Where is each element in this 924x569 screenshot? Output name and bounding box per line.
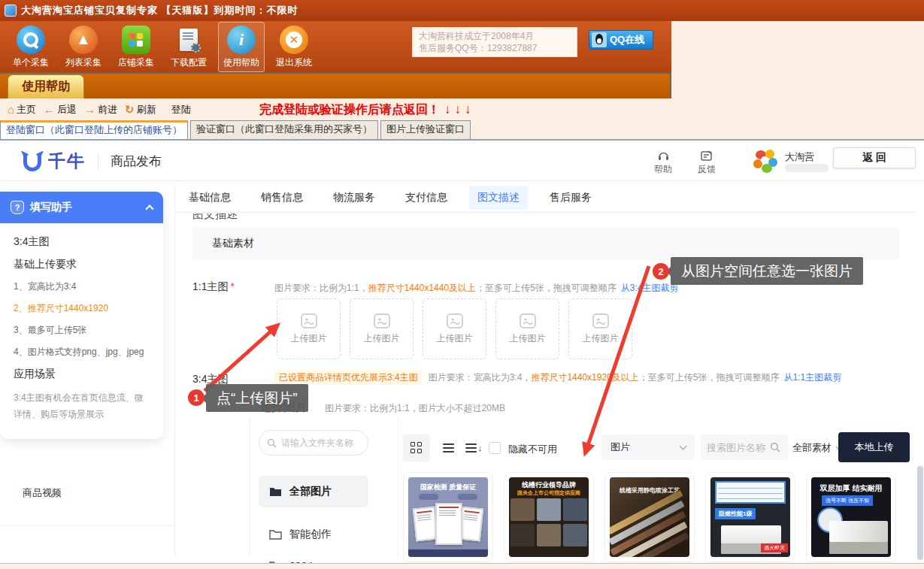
bottom-status-strip bbox=[0, 563, 924, 569]
exit-icon: ✕ bbox=[280, 26, 308, 54]
required-asterisk: * bbox=[230, 280, 234, 292]
app-window: 大淘营淘宝店铺宝贝复制专家 【天猫版】到期时间：不限时 单个采集 ▲ 列表采集 … bbox=[0, 0, 924, 569]
assistant-section-title: 应用场景 bbox=[14, 368, 150, 381]
upload-image-box-1[interactable]: 上传图片 bbox=[277, 298, 341, 359]
qianniu-bull-icon bbox=[21, 150, 44, 173]
user-name: 大淘营 bbox=[785, 150, 814, 164]
download-config-icon bbox=[174, 26, 203, 54]
local-upload-button[interactable]: 本地上传 bbox=[838, 432, 910, 462]
image-thumbnail-brand[interactable]: 线槽行业领导品牌 国央企上市公司指定供应商 bbox=[504, 472, 594, 562]
tab-image-upload-verify-window[interactable]: 图片上传验证窗口 bbox=[380, 120, 471, 139]
toolbar-single-collect[interactable]: 单个采集 bbox=[8, 22, 54, 72]
upload-image-box-2[interactable]: 上传图片 bbox=[350, 298, 414, 359]
folder-search-input[interactable] bbox=[281, 437, 356, 448]
thumbnail-image: 线槽行业领导品牌 国央企上市公司指定供应商 bbox=[509, 477, 589, 557]
divider bbox=[0, 525, 174, 526]
image-thumbnail-flame-retardant[interactable]: 阻燃性能1级 遇火即灭 bbox=[705, 472, 795, 562]
grid-view-button[interactable] bbox=[403, 434, 430, 462]
help-action[interactable]: 帮助 bbox=[654, 150, 672, 176]
fill-assistant-body: 3:4主图 基础上传要求 1、宽高比为3:4 2、推荐尺寸1440x1920 3… bbox=[0, 223, 163, 439]
nav-back[interactable]: ← 后退 bbox=[44, 103, 77, 117]
nav-home[interactable]: ⌂ 主页 bbox=[8, 103, 36, 117]
thumbnail-subcaption: 遇火即灭 bbox=[761, 543, 788, 552]
form-tab-after-sales[interactable]: 售后服务 bbox=[541, 186, 600, 210]
help-strip-tab[interactable]: 使用帮助 bbox=[8, 74, 84, 98]
crop-from-1x1-link[interactable]: 从1:1主图裁剪 bbox=[783, 372, 841, 383]
upload-image-box-4[interactable]: 上传图片 bbox=[495, 298, 559, 359]
toolbar-item-label: 使用帮助 bbox=[223, 56, 259, 69]
tab-verify-window[interactable]: 验证窗口（此窗口登陆采集用的买家号） bbox=[190, 120, 378, 139]
qq-online-label: QQ在线 bbox=[610, 33, 644, 47]
list-view-button[interactable] bbox=[435, 434, 462, 462]
hide-unavailable-checkbox[interactable] bbox=[489, 442, 501, 454]
clipped-heading-text: 图文描述 bbox=[192, 213, 238, 222]
folder-search-box bbox=[259, 430, 368, 456]
crop-from-3x4-link[interactable]: 从3:4主图裁剪 bbox=[621, 283, 679, 293]
assistant-section-title: 基础上传要求 bbox=[14, 258, 150, 271]
upload-image-label: 上传图片 bbox=[364, 332, 400, 345]
shop-collect-icon bbox=[122, 26, 150, 54]
toolbar-shop-collect[interactable]: 店铺采集 bbox=[113, 22, 159, 72]
divider bbox=[175, 212, 916, 213]
form-tab-image-text[interactable]: 图文描述 bbox=[469, 186, 528, 210]
image-thumbnail-certificate[interactable]: 国家检测 质量保证 bbox=[403, 472, 493, 562]
sort-view-button[interactable]: ↓ bbox=[460, 434, 487, 462]
picture-icon bbox=[447, 313, 463, 328]
field-label-text: 3:4主图 bbox=[192, 373, 228, 385]
toolbar-exit[interactable]: ✕ 退出系统 bbox=[271, 22, 317, 72]
toolbar-download-config[interactable]: 下载配置 bbox=[165, 22, 212, 72]
form-tab-sales-info[interactable]: 销售信息 bbox=[253, 186, 311, 210]
upload-image-box-5[interactable]: 上传图片 bbox=[568, 298, 632, 359]
callout-step1-text: 点“上传图片” bbox=[217, 389, 298, 408]
nav-login[interactable]: 登陆 bbox=[171, 103, 191, 117]
qq-online-button[interactable]: QQ在线 bbox=[589, 30, 653, 50]
form-tab-payment[interactable]: 支付信息 bbox=[397, 186, 456, 210]
user-avatar[interactable] bbox=[752, 147, 779, 174]
return-button[interactable]: 返 回 bbox=[833, 147, 916, 168]
qq-penguin-icon bbox=[592, 32, 607, 47]
image-thumbnail-coating[interactable]: 线槽采用静电喷涂工艺 bbox=[604, 472, 695, 562]
qianniu-header: 千牛 商品发布 帮助 反馈 bbox=[0, 141, 924, 181]
form-tab-bar: 基础信息 销售信息 物流服务 支付信息 图文描述 售后服务 bbox=[180, 186, 600, 210]
list-view-icon bbox=[443, 443, 454, 452]
form-tab-logistics[interactable]: 物流服务 bbox=[325, 186, 383, 210]
upload-image-label: 上传图片 bbox=[583, 332, 619, 345]
toolbar-help[interactable]: i 使用帮助 bbox=[218, 22, 265, 72]
feedback-action[interactable]: 反馈 bbox=[698, 150, 716, 176]
tab-login-window[interactable]: 登陆窗口（此窗口登陆上传的店铺账号） bbox=[0, 120, 188, 139]
material-filter-select[interactable]: 全部素材 bbox=[792, 441, 842, 455]
thumbnail-image: 双层加厚 结实耐用 强弯不断 强压不裂 bbox=[811, 477, 891, 557]
nav-forward[interactable]: → 前进 bbox=[84, 103, 117, 117]
toolbar-list-collect[interactable]: ▲ 列表采集 bbox=[60, 22, 107, 72]
priority-notice-badge: 已设置商品详情页优先展示3:4主图 bbox=[274, 370, 423, 385]
folder-item-smart-creation[interactable]: 智能创作 bbox=[259, 519, 368, 550]
headset-icon bbox=[657, 150, 670, 162]
media-type-select[interactable]: 图片 bbox=[601, 434, 695, 460]
folder-icon bbox=[269, 486, 282, 497]
single-collect-icon bbox=[17, 26, 45, 54]
fill-assistant-panel: ? 填写助手 3:4主图 基础上传要求 1、宽高比为3:4 2、推荐尺寸1440… bbox=[0, 192, 163, 439]
thumbnail-caption: 国家检测 质量保证 bbox=[408, 483, 488, 492]
assistant-rule: 4、图片格式支持png、jpg、jpeg bbox=[14, 346, 150, 359]
assistant-scene-desc: 3:4主图有机会在首页信息流、微详情、购后等场景展示 bbox=[14, 390, 150, 422]
thumbnail-image: 线槽采用静电喷涂工艺 bbox=[610, 477, 689, 557]
sort-list-icon: ↓ bbox=[465, 443, 483, 452]
thumbnail-caption: 阻燃性能1级 bbox=[715, 508, 756, 519]
chevron-up-icon[interactable] bbox=[145, 204, 153, 213]
title-bar: 大淘营淘宝店铺宝贝复制专家 【天猫版】到期时间：不限时 bbox=[0, 0, 924, 21]
image-search-input[interactable] bbox=[707, 442, 767, 453]
image-search-box bbox=[701, 434, 788, 460]
form-tab-basic-info[interactable]: 基础信息 bbox=[180, 186, 239, 210]
folder-item-all-images[interactable]: 全部图片 bbox=[259, 476, 368, 507]
nav-login-label: 登陆 bbox=[171, 103, 191, 117]
image-thumbnail-double-layer[interactable]: 双层加厚 结实耐用 强弯不断 强压不裂 bbox=[806, 472, 896, 562]
fill-assistant-header[interactable]: ? 填写助手 bbox=[0, 192, 163, 223]
app-icon bbox=[5, 5, 17, 17]
upload-image-box-3[interactable]: 上传图片 bbox=[423, 298, 486, 359]
company-info-line2: 售后服务QQ号：1293827887 bbox=[419, 42, 571, 54]
nav-refresh[interactable]: ↻ 刷新 bbox=[125, 103, 156, 117]
grid-view-icon bbox=[410, 442, 423, 454]
page-scrollbar-thumb[interactable] bbox=[917, 466, 923, 560]
company-info-line1: 大淘营科技成立于2008年4月 bbox=[419, 30, 571, 42]
assistant-rule: 1、宽高比为3:4 bbox=[14, 280, 150, 293]
